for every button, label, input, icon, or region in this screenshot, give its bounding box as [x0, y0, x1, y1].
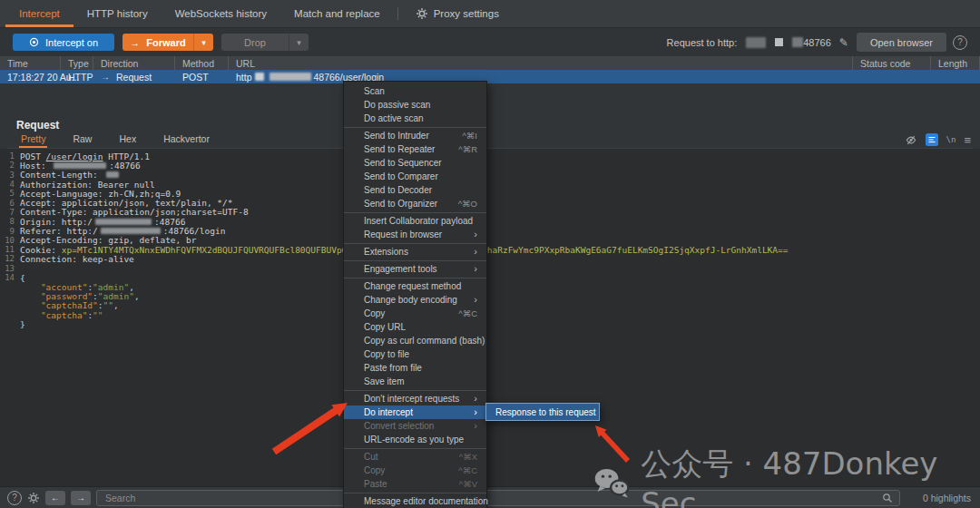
menu-item-url-encode-as-you-type[interactable]: URL-encode as you type — [344, 433, 486, 446]
menu-item-copy[interactable]: Copy^⌘C — [344, 307, 486, 320]
menu-item-engagement-tools[interactable]: Engagement tools› — [344, 262, 486, 276]
forward-button[interactable]: → Forward — [122, 34, 193, 51]
editor-line: 13 — [0, 264, 980, 273]
edit-pencil-icon[interactable]: ✎ — [839, 36, 848, 49]
tab-websockets-history[interactable]: WebSockets history — [162, 0, 280, 27]
menu-item-extensions[interactable]: Extensions› — [344, 245, 486, 259]
code-text: :48766 — [109, 161, 140, 171]
request-editor[interactable]: 1POST /user/login HTTP/1.12Host: :487663… — [0, 149, 980, 486]
request-panel-title: Request — [16, 119, 59, 132]
column-header-type[interactable]: Type — [61, 56, 93, 70]
submenu-arrow-icon: › — [474, 264, 477, 274]
watermark-text: 公众号 · 487Donkey Sec — [641, 444, 980, 508]
submenu-item-label: Response to this request — [495, 407, 596, 417]
menu-item-shortcut: ^⌘C — [458, 308, 477, 318]
drop-dropdown-button[interactable]: ▾ — [289, 34, 309, 51]
submenu-arrow-icon: › — [474, 230, 477, 239]
column-header-method[interactable]: Method — [175, 56, 229, 70]
menu-item-do-passive-scan[interactable]: Do passive scan — [344, 98, 486, 112]
menu-separator — [344, 260, 486, 261]
menu-item-send-to-sequencer[interactable]: Send to Sequencer — [344, 156, 486, 170]
help-icon[interactable]: ? — [7, 491, 22, 505]
menu-item-send-to-organizer[interactable]: Send to Organizer^⌘O — [344, 197, 486, 210]
editor-tab-hex[interactable]: Hex — [117, 133, 138, 148]
menu-item-copy-to-file[interactable]: Copy to file — [344, 347, 486, 361]
menu-item-do-intercept[interactable]: Do intercept› — [344, 405, 486, 419]
column-header-status-code[interactable]: Status code — [853, 56, 931, 70]
menu-item-label: Do active scan — [364, 113, 477, 123]
editor-tab-pretty[interactable]: Pretty — [19, 133, 47, 148]
editor-line: 11Cookie: xp=MTc1NTY4MTQxNnxEWDhFQVFMX2d… — [0, 245, 980, 254]
menu-item-send-to-decoder[interactable]: Send to Decoder — [344, 183, 486, 197]
watermark: 公众号 · 487Donkey Sec — [593, 444, 980, 508]
tab-match-and-replace[interactable]: Match and replace — [280, 0, 394, 27]
tab-proxy-settings[interactable]: Proxy settings — [402, 0, 513, 27]
menu-separator — [344, 390, 486, 391]
menu-item-message-editor-documentation[interactable]: Message editor documentation — [344, 494, 486, 508]
editor-line: 2Host: :48766 — [0, 161, 980, 170]
menu-item-copy-url[interactable]: Copy URL — [344, 320, 486, 334]
submenu-item-response-to-this-request[interactable]: Response to this request — [485, 403, 600, 421]
menu-item-change-body-encoding[interactable]: Change body encoding› — [344, 293, 486, 307]
menu-item-insert-collaborator-payload[interactable]: Insert Collaborator payload — [344, 214, 486, 228]
editor-line: 7Content-Type: application/json;charset=… — [0, 208, 980, 217]
menu-item-save-item[interactable]: Save item — [344, 375, 486, 388]
menu-item-shortcut: ^⌘X — [459, 452, 477, 462]
tab-intercept[interactable]: Intercept — [5, 0, 74, 27]
menu-item-label: Convert selection — [364, 421, 468, 431]
eye-off-icon[interactable] — [905, 134, 917, 146]
intercept-toggle-button[interactable]: Intercept on — [13, 34, 114, 51]
history-table-row[interactable]: 17:18:27 20 Au...HTTP→RequestPOSThttp487… — [0, 70, 980, 83]
menu-item-request-in-browser[interactable]: Request in browser› — [344, 228, 486, 241]
forward-dropdown-button[interactable]: ▾ — [193, 34, 213, 51]
tab-http-history[interactable]: HTTP history — [74, 0, 162, 27]
open-browser-button[interactable]: Open browser — [857, 33, 946, 52]
menu-item-label: Copy — [364, 308, 453, 318]
code-text: "" — [93, 310, 103, 320]
menu-item-label: Do passive scan — [364, 100, 477, 110]
menu-item-label: URL-encode as you type — [364, 435, 477, 444]
wechat-icon — [593, 465, 631, 500]
editor-line: 9Referer: http:/:48766/login — [0, 226, 980, 235]
editor-tab-raw[interactable]: Raw — [71, 133, 93, 148]
column-header-url[interactable]: URL — [229, 56, 853, 70]
proxy-toolbar: Intercept on → Forward ▾ Drop ▾ Request … — [0, 28, 980, 56]
help-icon[interactable]: ? — [953, 35, 967, 50]
menu-item-label: Scan — [364, 86, 477, 96]
cell-type: HTTP — [61, 70, 93, 83]
editor-line: 14{ — [0, 273, 980, 282]
tab-separator — [397, 7, 398, 20]
menu-item-copy-as-curl-command-bash[interactable]: Copy as curl command (bash) — [344, 334, 486, 347]
record-icon — [29, 37, 39, 47]
menu-item-label: Copy — [364, 465, 453, 475]
newline-icon[interactable]: \n — [946, 135, 956, 144]
settings-gear-icon[interactable] — [27, 492, 40, 504]
history-table-header: TimeTypeDirectionMethodURLStatus codeLen… — [0, 56, 980, 70]
burp-suite-proxy-window: InterceptHTTP historyWebSockets historyM… — [0, 0, 980, 508]
editor-line: 12Connection: keep-alive — [0, 254, 980, 263]
drop-label: Drop — [244, 37, 266, 48]
menu-item-do-active-scan[interactable]: Do active scan — [344, 112, 486, 125]
column-header-length[interactable]: Length — [931, 56, 980, 70]
menu-item-label: Do intercept — [364, 407, 468, 417]
gear-icon — [416, 7, 428, 20]
menu-item-shortcut: ^⌘I — [462, 131, 477, 141]
menu-item-send-to-intruder[interactable]: Send to Intruder^⌘I — [344, 129, 486, 142]
menu-item-label: Send to Decoder — [364, 185, 477, 195]
menu-item-change-request-method[interactable]: Change request method — [344, 279, 486, 293]
line-number: 14 — [0, 273, 15, 282]
editor-tab-hackvertor[interactable]: Hackvertor — [162, 133, 211, 148]
menu-item-send-to-comparer[interactable]: Send to Comparer — [344, 170, 486, 183]
search-prev-button[interactable]: ← — [45, 491, 65, 505]
menu-item-don-t-intercept-requests[interactable]: Don't intercept requests› — [344, 392, 486, 405]
pretty-print-icon[interactable] — [926, 133, 938, 146]
search-next-button[interactable]: → — [71, 491, 91, 505]
menu-item-paste-from-file[interactable]: Paste from file — [344, 361, 486, 375]
menu-item-scan[interactable]: Scan — [344, 84, 486, 98]
drop-button[interactable]: Drop — [221, 34, 289, 51]
editor-menu-icon[interactable]: ≡ — [964, 134, 971, 146]
menu-item-send-to-repeater[interactable]: Send to Repeater^⌘R — [344, 142, 486, 156]
redacted-host — [792, 37, 803, 47]
column-header-direction[interactable]: Direction — [93, 56, 175, 70]
column-header-time[interactable]: Time — [0, 56, 61, 70]
